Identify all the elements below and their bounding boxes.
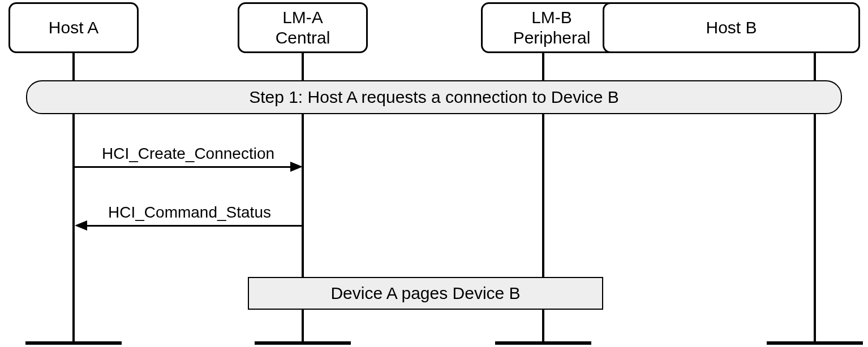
participant-lm-b-line2: Peripheral (513, 28, 591, 47)
lifeline-lm-b-bot (542, 310, 544, 341)
step1-bar: Step 1: Host A requests a connection to … (26, 80, 842, 114)
note-paging-label: Device A pages Device B (330, 284, 520, 303)
participant-lm-a-line2: Central (276, 28, 330, 47)
participant-host-b-label: Host B (706, 18, 757, 37)
message-1-line (75, 166, 290, 168)
note-paging: Device A pages Device B (248, 277, 603, 310)
lifeline-end-lm-a (255, 341, 351, 345)
participant-lm-b-line1: LM-B (531, 8, 572, 27)
lifeline-lm-b-top (542, 53, 544, 81)
lifeline-end-host-a (25, 341, 122, 345)
lifeline-lm-a-top (302, 53, 304, 81)
lifeline-lm-b-mid (542, 114, 544, 278)
lifeline-host-a-top (72, 53, 75, 81)
lifeline-host-b-mid (814, 114, 816, 341)
lifeline-end-host-b (767, 341, 863, 345)
participant-lm-b: LM-B Peripheral (481, 2, 622, 53)
participant-lm-a-line1: LM-A (282, 8, 323, 27)
lifeline-host-b-top (814, 53, 816, 81)
participant-host-a: Host A (8, 2, 139, 53)
participant-host-a-label: Host A (49, 18, 98, 37)
message-1-arrow (290, 162, 303, 172)
lifeline-end-lm-b (495, 341, 591, 345)
message-2-label: HCI_Command_Status (93, 203, 286, 222)
lifeline-lm-a-mid (302, 114, 304, 278)
participant-lm-a: LM-A Central (238, 2, 368, 53)
message-1-label: HCI_Create_Connection (91, 145, 286, 163)
message-2-line (86, 225, 303, 227)
sequence-diagram: Host A LM-A Central LM-B Peripheral Host… (0, 0, 868, 347)
participant-host-b: Host B (603, 2, 860, 53)
step1-label: Step 1: Host A requests a connection to … (249, 88, 619, 107)
lifeline-lm-a-bot (302, 310, 304, 341)
message-2-arrow (75, 220, 87, 231)
